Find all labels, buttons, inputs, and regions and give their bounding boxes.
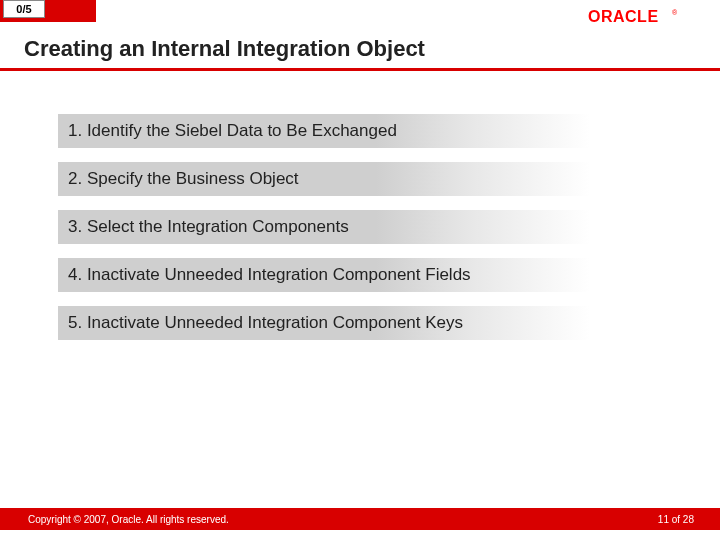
list-item: 4. Inactivate Unneeded Integration Compo… (58, 258, 636, 292)
page-number: 11 of 28 (658, 514, 694, 525)
svg-text:ORACLE: ORACLE (588, 8, 659, 25)
steps-list: 1. Identify the Siebel Data to Be Exchan… (58, 114, 636, 354)
list-item: 3. Select the Integration Components (58, 210, 636, 244)
copyright-text: Copyright © 2007, Oracle. All rights res… (28, 514, 229, 525)
progress-indicator: 0/5 (3, 0, 45, 18)
title-divider (0, 68, 720, 71)
oracle-logo: ORACLE ® (588, 8, 700, 26)
footer-bar: Copyright © 2007, Oracle. All rights res… (0, 508, 720, 530)
list-item: 1. Identify the Siebel Data to Be Exchan… (58, 114, 636, 148)
svg-text:®: ® (672, 9, 678, 16)
list-item: 2. Specify the Business Object (58, 162, 636, 196)
list-item: 5. Inactivate Unneeded Integration Compo… (58, 306, 636, 340)
page-title: Creating an Internal Integration Object (24, 36, 425, 62)
